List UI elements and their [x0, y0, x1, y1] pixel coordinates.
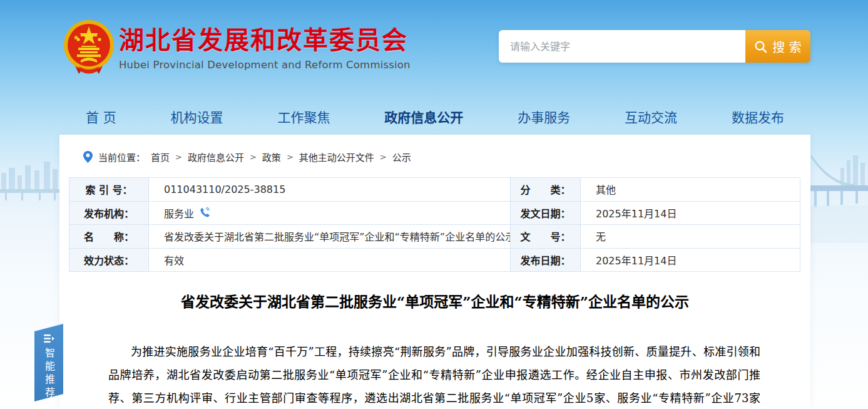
article-title: 省发改委关于湖北省第二批服务业“单项冠军”企业和“专精特新”企业名单的公示 [59, 290, 810, 311]
search-button[interactable]: 搜 索 [745, 30, 810, 63]
left-skyline-decoration [0, 143, 59, 218]
article-paragraph: 为推进实施服务业企业培育“百千万”工程，持续擦亮“荆新服务”品牌，引导服务业企业… [59, 340, 810, 409]
meta-label-issue-date: 发文日期： [511, 202, 581, 225]
meta-label-doc-number: 文 号： [511, 225, 581, 249]
breadcrumb-policy[interactable]: 政策 [262, 150, 281, 163]
nav-item-home[interactable]: 首 页 [86, 107, 116, 126]
recommendation-list-icon [44, 334, 54, 343]
national-emblem-logo [61, 19, 116, 78]
breadcrumb-separator: > [287, 152, 294, 162]
meta-value-index-number: 011043110/2025-38815 [149, 178, 511, 202]
right-bridge-decoration [810, 149, 868, 256]
breadcrumb-other-public-docs[interactable]: 其他主动公开文件 [299, 150, 374, 163]
meta-label-category: 分 类： [511, 178, 581, 202]
nav-item-work-focus[interactable]: 工作聚焦 [277, 107, 330, 126]
smart-recommendation-ribbon[interactable]: 智能推荐 [34, 324, 63, 401]
site-title: 湖北省发展和改革委员会 [119, 26, 411, 54]
meta-value-issuing-agency: 服务业 [149, 202, 511, 225]
issuing-agency-text: 服务业 [164, 205, 194, 220]
meta-value-validity-status: 有效 [149, 249, 511, 272]
content-card: 当前位置： 首页 > 政府信息公开 > 政策 > 其他主动公开文件 > 公示 索… [59, 135, 810, 409]
nav-item-data-release[interactable]: 数据发布 [732, 107, 784, 126]
meta-value-title: 省发改委关于湖北省第二批服务业“单项冠军”企业和“专精特新”企业名单的公示 [149, 225, 511, 249]
meta-value-category: 其他 [581, 178, 800, 202]
site-subtitle: Hubei Provincial Development and Reform … [119, 59, 411, 71]
breadcrumb-prefix: 当前位置： [98, 150, 145, 163]
meta-label-index-number: 索 引 号： [69, 178, 149, 202]
breadcrumb-separator: > [175, 152, 182, 162]
location-pin-icon [83, 151, 93, 163]
search-bar: 搜 索 [499, 30, 810, 63]
meta-label-validity-status: 效力状态： [69, 249, 149, 272]
site-identity: 湖北省发展和改革委员会 Hubei Provincial Development… [119, 26, 411, 71]
page: 湖北省发展和改革委员会 Hubei Provincial Development… [0, 0, 868, 409]
breadcrumb-separator: > [380, 152, 387, 162]
breadcrumb-home[interactable]: 首页 [151, 150, 170, 163]
search-button-label: 搜 索 [772, 38, 801, 56]
nav-item-gov-info-disclosure[interactable]: 政府信息公开 [384, 107, 463, 126]
meta-label-issuing-agency: 发布机构： [69, 202, 149, 225]
meta-value-doc-number: 无 [581, 225, 800, 249]
breadcrumb-separator: > [250, 152, 257, 162]
document-meta-table: 索 引 号： 011043110/2025-38815 分 类： 其他 发布机构… [69, 177, 800, 272]
search-input[interactable] [499, 30, 745, 63]
meta-label-title: 名 称： [69, 225, 149, 249]
nav-item-services[interactable]: 办事服务 [518, 107, 570, 126]
search-icon [754, 40, 767, 53]
meta-label-publish-date: 发布日期： [511, 249, 581, 272]
nav-item-organization[interactable]: 机构设置 [171, 107, 223, 126]
breadcrumb: 当前位置： 首页 > 政府信息公开 > 政策 > 其他主动公开文件 > 公示 [83, 150, 411, 163]
smart-recommendation-label: 智能推荐 [41, 348, 56, 400]
main-navigation: 首 页 机构设置 工作聚焦 政府信息公开 办事服务 互动交流 数据发布 [59, 103, 810, 130]
breadcrumb-gov-info[interactable]: 政府信息公开 [188, 150, 244, 163]
breadcrumb-public-notice[interactable]: 公示 [392, 150, 411, 163]
phone-icon[interactable] [200, 207, 210, 218]
nav-item-interaction[interactable]: 互动交流 [625, 107, 677, 126]
meta-value-publish-date: 2025年11月14日 [581, 249, 800, 272]
meta-value-issue-date: 2025年11月14日 [581, 202, 800, 225]
